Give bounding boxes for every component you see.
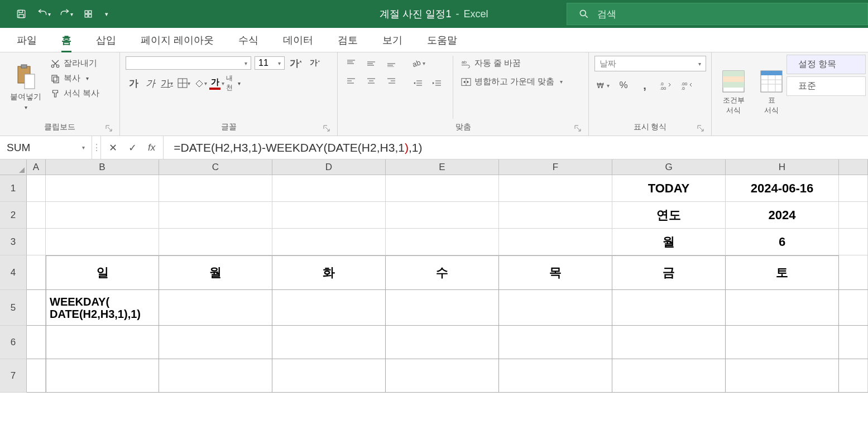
- cell-H2[interactable]: 2024: [726, 202, 839, 228]
- font-color-button[interactable]: 가: [209, 77, 220, 90]
- cell-G6[interactable]: [612, 326, 726, 359]
- cell-H1[interactable]: 2024-06-16: [726, 175, 839, 201]
- cell-A3[interactable]: [27, 229, 46, 255]
- cell-G1[interactable]: TODAY: [612, 175, 726, 201]
- cell-E5[interactable]: [386, 290, 499, 325]
- cell-D2[interactable]: [272, 202, 386, 228]
- increase-indent-button[interactable]: [429, 76, 445, 90]
- cell-G2[interactable]: 연도: [612, 202, 726, 228]
- cell-D4[interactable]: 화: [272, 255, 386, 289]
- cell-E4[interactable]: 수: [386, 255, 499, 289]
- format-painter-button[interactable]: 서식 복사: [50, 88, 99, 99]
- undo-button[interactable]: ▾: [33, 4, 54, 24]
- borders-button[interactable]: ▾: [176, 76, 191, 90]
- cell-B4[interactable]: 일: [46, 255, 159, 289]
- number-format-combo[interactable]: 날짜▾: [594, 56, 706, 71]
- cell-D6[interactable]: [272, 326, 386, 359]
- cell-G7[interactable]: [612, 359, 726, 392]
- cell-D3[interactable]: [272, 229, 386, 255]
- search-box[interactable]: 검색: [567, 3, 868, 25]
- col-header-A[interactable]: A: [27, 160, 46, 175]
- orientation-button[interactable]: ab▾: [410, 56, 426, 70]
- row-header-4[interactable]: 4: [0, 255, 27, 290]
- cell-C5[interactable]: [159, 290, 272, 325]
- font-size-combo[interactable]: 11▾: [255, 56, 285, 70]
- cell-B1[interactable]: [46, 175, 159, 201]
- cell-C3[interactable]: [159, 229, 272, 255]
- name-box[interactable]: SUM ▾: [0, 136, 92, 159]
- cell-A1[interactable]: [27, 175, 46, 201]
- cell-B2[interactable]: [46, 202, 159, 228]
- tab-file[interactable]: 파일: [7, 29, 47, 51]
- cell-E7[interactable]: [386, 359, 499, 392]
- font-name-combo[interactable]: ▾: [126, 56, 251, 70]
- cell-A6[interactable]: [27, 326, 46, 359]
- row-header-7[interactable]: 7: [0, 359, 27, 393]
- dialog-launcher-icon[interactable]: [574, 124, 582, 132]
- cell-style-settings[interactable]: 설정 항목: [787, 55, 866, 74]
- copy-button[interactable]: 복사▾: [50, 73, 99, 84]
- tab-home[interactable]: 홈: [51, 29, 81, 51]
- cell-H4[interactable]: 토: [726, 255, 839, 289]
- cell-F6[interactable]: [499, 326, 612, 359]
- insert-function-button[interactable]: fx: [148, 142, 155, 153]
- underline-button[interactable]: 가▾: [159, 76, 175, 90]
- cell-B7[interactable]: [46, 359, 159, 392]
- cell-A5[interactable]: [27, 290, 46, 325]
- tab-help[interactable]: 도움말: [417, 29, 467, 51]
- cell-H6[interactable]: [726, 326, 839, 359]
- col-header-H[interactable]: H: [726, 160, 839, 175]
- conditional-formatting-button[interactable]: 조건부 서식: [717, 56, 750, 129]
- cell-E1[interactable]: [386, 175, 499, 201]
- row-header-1[interactable]: 1: [0, 175, 27, 202]
- row-header-6[interactable]: 6: [0, 326, 27, 359]
- fill-color-button[interactable]: ▾: [193, 76, 208, 90]
- row-header-5[interactable]: 5: [0, 290, 27, 326]
- col-header-C[interactable]: C: [159, 160, 272, 175]
- accounting-format-button[interactable]: ₩▾: [594, 78, 610, 93]
- cell-style-normal[interactable]: 표준: [787, 76, 866, 96]
- percent-button[interactable]: %: [616, 78, 631, 93]
- cell-B5[interactable]: WEEKDAY( DATE(H2,H3,1),1): [46, 290, 159, 325]
- align-bottom-button[interactable]: [383, 56, 399, 70]
- customize-qat-button[interactable]: ▾: [100, 4, 113, 24]
- cell-G4[interactable]: 금: [612, 255, 726, 289]
- cell-H3[interactable]: 6: [726, 229, 839, 255]
- col-header-B[interactable]: B: [46, 160, 159, 175]
- cell-F4[interactable]: 목: [499, 255, 612, 289]
- row-header-3[interactable]: 3: [0, 229, 27, 255]
- align-middle-button[interactable]: [363, 56, 379, 70]
- shrink-font-button[interactable]: 가˅: [307, 56, 323, 70]
- cell-B3[interactable]: [46, 229, 159, 255]
- cell-H5[interactable]: [726, 290, 839, 325]
- grow-font-button[interactable]: 가˄: [288, 56, 304, 70]
- tab-data[interactable]: 데이터: [273, 29, 323, 51]
- enter-formula-button[interactable]: ✓: [128, 142, 137, 154]
- save-button[interactable]: [11, 4, 31, 24]
- col-header-D[interactable]: D: [272, 160, 386, 175]
- comma-button[interactable]: ,: [637, 78, 653, 93]
- paste-button[interactable]: 붙여넣기 ▾: [6, 56, 46, 119]
- dialog-launcher-icon[interactable]: [697, 124, 704, 132]
- wrap-text-button[interactable]: ab자동 줄 바꿈: [461, 58, 563, 69]
- tab-insert[interactable]: 삽입: [86, 29, 126, 51]
- cell-A4[interactable]: [27, 255, 46, 289]
- cell-H7[interactable]: [726, 359, 839, 392]
- tab-review[interactable]: 검토: [328, 29, 368, 51]
- cell-E3[interactable]: [386, 229, 499, 255]
- cell-C2[interactable]: [159, 202, 272, 228]
- bold-button[interactable]: 가: [126, 76, 141, 90]
- row-header-2[interactable]: 2: [0, 202, 27, 229]
- align-top-button[interactable]: [343, 56, 359, 70]
- col-header-E[interactable]: E: [386, 160, 499, 175]
- tab-page-layout[interactable]: 페이지 레이아웃: [131, 29, 224, 51]
- touch-mode-button[interactable]: [78, 4, 98, 24]
- cell-E6[interactable]: [386, 326, 499, 359]
- cancel-formula-button[interactable]: ✕: [109, 142, 117, 154]
- cell-D7[interactable]: [272, 359, 386, 392]
- col-header-G[interactable]: G: [612, 160, 726, 175]
- cell-C6[interactable]: [159, 326, 272, 359]
- align-left-button[interactable]: [343, 74, 359, 88]
- cut-button[interactable]: 잘라내기: [50, 58, 99, 69]
- dialog-launcher-icon[interactable]: [105, 124, 113, 132]
